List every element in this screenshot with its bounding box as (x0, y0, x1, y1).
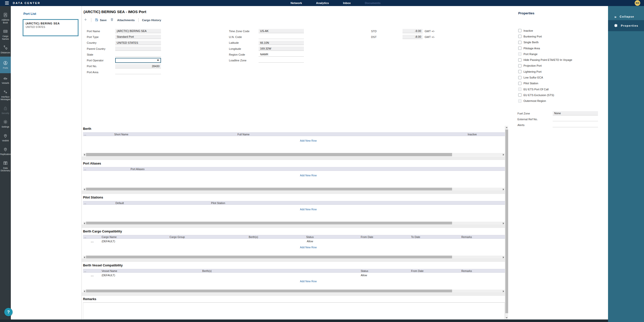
topbar-nav-item[interactable]: Documents (365, 2, 381, 5)
sidebar-item-address-book[interactable]: Address Book (0, 10, 11, 26)
property-checkbox-row[interactable]: Hide Passing Point ETA/ETD In Voyage (518, 57, 572, 63)
save-icon (95, 18, 98, 22)
sidebar-item-ports[interactable]: Ports (0, 57, 11, 73)
scroll-right-arrow[interactable] (502, 153, 505, 156)
alerts-field[interactable] (553, 123, 598, 127)
add-new-row-link[interactable]: Add New Row (300, 208, 317, 211)
property-checkbox-row[interactable]: Port Range (518, 51, 572, 57)
scrollbar-thumb[interactable] (505, 130, 508, 313)
checkbox[interactable] (518, 41, 521, 44)
help-button[interactable]: ? (4, 308, 13, 316)
checkbox[interactable] (518, 93, 521, 97)
property-checkbox-row[interactable]: Pilot Station (518, 80, 572, 86)
sidebar-item-cargo-names[interactable]: Cargo Names (0, 26, 11, 43)
sidebar-item-replication[interactable]: Replication (0, 144, 11, 158)
checkbox[interactable] (518, 76, 521, 79)
fuel-zone-field[interactable]: None (553, 111, 598, 115)
checkbox[interactable] (518, 70, 521, 73)
checkbox[interactable] (518, 52, 521, 56)
delete-button[interactable] (110, 18, 114, 22)
row-menu-icon[interactable]: ... (83, 240, 101, 243)
save-button[interactable]: Save (95, 18, 107, 22)
property-checkbox-row[interactable]: Inactive (518, 28, 572, 33)
port-list-title: Port List (23, 12, 36, 16)
topbar-nav-item[interactable]: Inbox (343, 2, 351, 5)
hamburger-menu-icon[interactable] (5, 2, 9, 5)
region-code-field[interactable]: NAMR (259, 52, 304, 57)
table-row[interactable]: ... (DEFAULT) Allow (83, 273, 505, 277)
property-checkbox-row[interactable]: Single Berth (518, 39, 572, 45)
port-no-field[interactable]: 28430 (115, 64, 161, 68)
port-area-field[interactable] (115, 70, 161, 74)
std-offset-field[interactable]: -9.00 (403, 29, 423, 33)
horizontal-scrollbar[interactable] (83, 153, 505, 156)
checkbox[interactable] (518, 47, 521, 50)
sidebar-item-distances[interactable]: Distances (0, 43, 11, 57)
time-zone-code-field[interactable]: US-AK (259, 29, 304, 33)
port-operator-dropdown[interactable] (115, 58, 161, 63)
topbar-nav-item[interactable]: Analytics (316, 2, 329, 5)
external-ref-no-field[interactable] (553, 117, 598, 121)
checkbox[interactable] (518, 58, 521, 62)
bottom-edge-strip (0, 319, 608, 322)
user-avatar[interactable]: KD (635, 0, 640, 6)
table-row[interactable]: ... (DEFAULT) Allow (83, 239, 505, 243)
scroll-left-arrow[interactable] (83, 153, 86, 156)
table-header: ... Port Aliases (83, 167, 505, 171)
property-checkbox-row[interactable]: Pilotage Area (518, 45, 572, 51)
checkbox[interactable] (518, 64, 521, 67)
property-checkbox-row[interactable]: Low Sulfur ECA (518, 74, 572, 80)
checkbox[interactable] (518, 99, 521, 103)
remarks-textarea[interactable] (83, 302, 505, 319)
new-record-button[interactable] (84, 18, 88, 23)
add-new-row-link[interactable]: Add New Row (300, 174, 317, 177)
parent-country-field[interactable] (115, 47, 161, 51)
field-label: External Ref No. (517, 118, 553, 121)
property-checkbox-row[interactable]: Lightering Port (518, 69, 572, 74)
row-menu-icon[interactable]: ... (83, 274, 101, 277)
property-checkbox-row[interactable]: Projection Port (518, 63, 572, 69)
add-new-row-link[interactable]: Add New Row (300, 280, 317, 283)
property-checkbox-row[interactable]: Bunkering Port (518, 33, 572, 39)
topbar-nav-item[interactable]: Network (291, 2, 302, 5)
sidebar-item-veslink[interactable]: Veslink (0, 131, 11, 145)
property-checkbox-row[interactable]: EU ETS Exclusion (STS) (518, 92, 572, 98)
loadline-zone-field[interactable] (259, 58, 304, 63)
tab-properties[interactable]: Properties (608, 20, 644, 31)
port-type-field[interactable]: Standard Port (115, 35, 161, 39)
state-field[interactable] (115, 52, 161, 57)
scroll-up-arrow[interactable] (506, 126, 508, 129)
field-label: State (87, 53, 115, 56)
right-tab-strip: » Collapse Properties (608, 6, 644, 322)
sidebar-item-interface-messages[interactable]: Interface Messages (0, 87, 11, 103)
property-checkbox-row[interactable]: Outermost Region (518, 98, 572, 104)
checkbox[interactable] (518, 35, 521, 38)
add-new-row-link[interactable]: Add New Row (300, 139, 317, 142)
checkbox[interactable] (518, 88, 521, 91)
port-name-field[interactable]: (ARCTIC) BERING SEA (115, 29, 161, 33)
add-new-row-link[interactable]: Add New Row (300, 246, 317, 249)
sidebar-item-data-dictionary[interactable]: Data Dictionary (0, 158, 11, 175)
table-header: ... Cargo Name Cargo Group Berth(s) Stat… (83, 235, 505, 239)
scrollbar-thumb[interactable] (86, 153, 452, 156)
form-column-3: STD -9.00 GMT +/- DST -8.00 GMT +/- (371, 28, 435, 40)
attachments-button[interactable]: Attachments (117, 19, 135, 22)
checkbox-label: Inactive (524, 29, 533, 32)
dst-offset-field[interactable]: -8.00 (403, 35, 423, 39)
latitude-field[interactable]: 66.10N (259, 41, 304, 45)
column-header: To Date (410, 235, 460, 238)
section-pilot-stations: Pilot Stations ... Default Pilot Station… (83, 196, 505, 225)
scroll-down-arrow[interactable] (506, 316, 508, 319)
sidebar-item-settings[interactable]: Settings (0, 117, 11, 131)
country-field[interactable]: UNITED STATES (115, 41, 161, 45)
checkbox[interactable] (518, 82, 521, 85)
sidebar-item-vessels[interactable]: Vessels (0, 73, 11, 87)
vertical-scrollbar[interactable] (505, 126, 508, 319)
cargo-history-button[interactable]: Cargo History (142, 19, 161, 22)
longitude-field[interactable]: 169.32W (259, 47, 304, 51)
checkbox[interactable] (518, 29, 521, 32)
property-checkbox-row[interactable]: EU ETS Port Of Call (518, 86, 572, 92)
un-code-field[interactable] (259, 35, 304, 39)
main-content: (ARCTIC) BERING SEA - IMOS Port Save Att… (82, 6, 509, 322)
port-list-item-selected[interactable]: (ARCTIC) BERING SEA UNITED STATES (23, 19, 78, 36)
